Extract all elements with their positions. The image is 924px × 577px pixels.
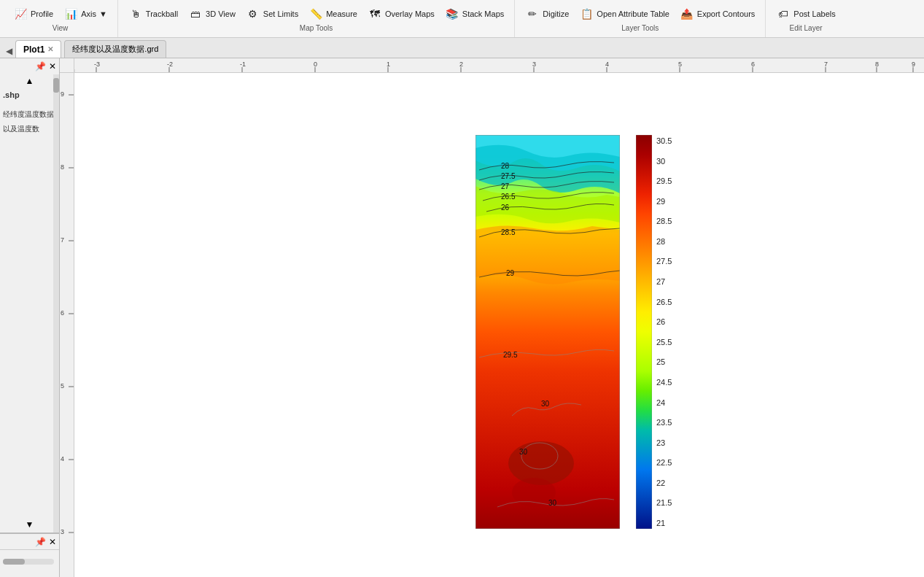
svg-rect-61 xyxy=(636,135,652,529)
profile-button[interactable]: 📈 Profile xyxy=(9,5,58,23)
svg-text:-2: -2 xyxy=(167,61,173,68)
3d-view-icon: 🗃 xyxy=(188,7,203,21)
scale-label-23: 23 xyxy=(656,438,672,447)
svg-text:1: 1 xyxy=(387,61,390,68)
sidebar-bottom-content xyxy=(0,550,59,568)
open-attribute-table-icon: 📋 xyxy=(579,7,594,21)
svg-text:26: 26 xyxy=(501,204,510,212)
digitize-button[interactable]: ✏ Digitize xyxy=(521,5,573,23)
svg-text:27: 27 xyxy=(501,182,510,190)
export-contours-button[interactable]: 📤 Export Contours xyxy=(675,5,759,23)
toolbar-group-edit-layer: 🏷 Post Labels Edit Layer xyxy=(766,0,845,37)
tabs-scroll-left[interactable]: ◀ xyxy=(3,44,15,58)
stack-maps-button[interactable]: 📚 Stack Maps xyxy=(440,5,508,23)
svg-text:9: 9 xyxy=(61,90,64,98)
pin-icon-top[interactable]: 📌 xyxy=(35,61,46,71)
svg-text:5: 5 xyxy=(678,61,682,68)
sidebar-horizontal-slider[interactable] xyxy=(3,559,54,565)
measure-icon: 📏 xyxy=(308,7,323,21)
layer-item-2[interactable]: 以及温度数 xyxy=(3,124,39,134)
svg-text:30: 30 xyxy=(519,448,528,456)
view-buttons-row: 📈 Profile 📊 Axis ▼ xyxy=(9,5,112,23)
svg-text:9: 9 xyxy=(912,61,915,68)
scale-label-21: 21 xyxy=(656,519,672,527)
view-group-label: View xyxy=(53,24,69,32)
overlay-maps-button[interactable]: 🗺 Overlay Maps xyxy=(363,5,439,23)
plot-area: 26 26.5 27 27.5 28 28.5 29 29.5 30 30 30 xyxy=(74,73,924,577)
trackball-label: Trackball xyxy=(146,9,178,18)
scale-label-305: 30.5 xyxy=(656,136,672,145)
left-sidebar: 📌 ✕ ▲ .shp 经纬度温度数据 以及温度数 xyxy=(0,58,60,577)
map-tools-group-label: Map Tools xyxy=(300,24,333,32)
export-contours-label: Export Contours xyxy=(697,9,755,18)
scale-label-26: 26 xyxy=(656,317,672,326)
svg-text:4: 4 xyxy=(605,61,609,68)
scale-label-25: 25 xyxy=(656,357,672,366)
tab-grid-file-label: 经纬度以及温度数据.grd xyxy=(72,44,158,55)
trackball-button[interactable]: 🖱 Trackball xyxy=(124,5,182,23)
scale-label-245: 24.5 xyxy=(656,378,672,387)
pin-icon-bottom[interactable]: 📌 xyxy=(35,537,46,547)
ruler-left: 9 8 7 6 5 4 3 2 xyxy=(60,73,74,577)
color-bar xyxy=(636,135,652,529)
svg-point-45 xyxy=(508,441,574,485)
toolbar-group-view: 📈 Profile 📊 Axis ▼ View xyxy=(3,0,118,37)
edit-layer-buttons-row: 🏷 Post Labels xyxy=(772,5,839,23)
scroll-down-button[interactable]: ▼ xyxy=(26,519,34,530)
close-icon-top[interactable]: ✕ xyxy=(49,61,56,71)
scale-label-30: 30 xyxy=(656,157,672,166)
scale-label-265: 26.5 xyxy=(656,298,672,306)
measure-label: Measure xyxy=(326,9,357,18)
sidebar-top-section: 📌 ✕ ▲ .shp 经纬度温度数据 以及温度数 xyxy=(0,58,59,533)
axis-dropdown-icon: ▼ xyxy=(99,9,107,18)
scroll-down-area: ▼ xyxy=(0,518,59,531)
scale-label-235: 23.5 xyxy=(656,418,672,427)
layer-tools-group-label: Layer Tools xyxy=(621,24,659,32)
scroll-up-area: ▲ xyxy=(0,74,59,88)
svg-text:4: 4 xyxy=(61,455,64,462)
tab-plot1-label: Plot1 xyxy=(23,44,44,55)
post-labels-icon: 🏷 xyxy=(776,7,791,21)
set-limits-button[interactable]: ⚙ Set Limits xyxy=(241,5,303,23)
edit-layer-group-label: Edit Layer xyxy=(790,24,823,32)
svg-text:30: 30 xyxy=(548,499,557,507)
trackball-icon: 🖱 xyxy=(128,7,143,21)
svg-text:3: 3 xyxy=(532,61,536,68)
open-attribute-table-button[interactable]: 📋 Open Attribute Table xyxy=(575,5,673,23)
layer-item-1[interactable]: 经纬度温度数据 xyxy=(3,109,54,120)
toolbar-group-layer-tools: ✏ Digitize 📋 Open Attribute Table 📤 Expo… xyxy=(515,0,766,37)
stack-maps-icon: 📚 xyxy=(445,7,459,21)
close-icon-bottom[interactable]: ✕ xyxy=(49,537,56,547)
svg-text:8: 8 xyxy=(61,163,64,171)
measure-button[interactable]: 📏 Measure xyxy=(304,5,362,23)
sidebar-scrollbar xyxy=(53,74,59,533)
color-scale-legend: 30.5 30 29.5 29 28.5 28 27.5 27 26.5 26 … xyxy=(636,135,672,529)
scale-label-295: 29.5 xyxy=(656,177,672,185)
contour-map-svg: 26 26.5 27 27.5 28 28.5 29 29.5 30 30 30 xyxy=(475,135,620,529)
tabs-bar: ◀ Plot1 ✕ 经纬度以及温度数据.grd xyxy=(0,38,924,58)
scale-label-275: 27.5 xyxy=(656,257,672,266)
sidebar-top-content: .shp 经纬度温度数据 以及温度数 xyxy=(0,88,59,533)
tab-plot1[interactable]: Plot1 ✕ xyxy=(15,40,61,58)
layer-item-2-label: 以及温度数 xyxy=(3,125,39,133)
svg-text:6: 6 xyxy=(751,61,755,68)
stack-maps-label: Stack Maps xyxy=(462,9,504,18)
map-tools-buttons-row: 🖱 Trackball 🗃 3D View ⚙ Set Limits 📏 Mea… xyxy=(124,5,508,23)
contour-map-container: 26 26.5 27 27.5 28 28.5 29 29.5 30 30 30 xyxy=(475,135,620,529)
3d-view-label: 3D View xyxy=(206,9,236,18)
svg-text:28: 28 xyxy=(501,162,510,170)
export-contours-icon: 📤 xyxy=(680,7,694,21)
tab-grid-file[interactable]: 经纬度以及温度数据.grd xyxy=(64,40,166,58)
axis-button[interactable]: 📊 Axis ▼ xyxy=(59,5,112,23)
scale-label-24: 24 xyxy=(656,398,672,407)
post-labels-button[interactable]: 🏷 Post Labels xyxy=(772,5,839,23)
scroll-up-button[interactable]: ▲ xyxy=(26,76,34,86)
sidebar-top-header: 📌 ✕ xyxy=(0,58,59,74)
svg-text:30: 30 xyxy=(541,400,550,408)
svg-text:0: 0 xyxy=(314,61,317,68)
canvas-area: -3 -2 -1 0 1 2 3 4 xyxy=(60,58,924,577)
ruler-corner xyxy=(60,58,74,73)
3d-view-button[interactable]: 🗃 3D View xyxy=(184,5,240,23)
tab-plot1-close[interactable]: ✕ xyxy=(47,45,53,53)
scale-label-255: 25.5 xyxy=(656,338,672,346)
